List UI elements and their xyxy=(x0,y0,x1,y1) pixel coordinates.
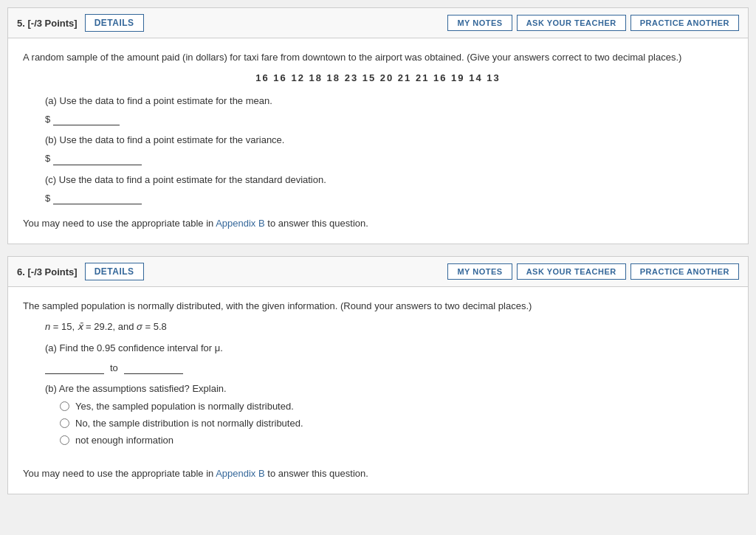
q5-points: [-/3 Points] xyxy=(27,18,77,29)
q5-sub-b-input-row: $ xyxy=(45,152,733,165)
q6-body-text: The sampled population is normally distr… xyxy=(23,299,733,314)
q5-sub-a-label: (a) Use the data to find a point estimat… xyxy=(45,94,733,108)
q5-appendix-after: to answer this question. xyxy=(265,218,368,229)
question-5-block: 5. [-/3 Points] DETAILS MY NOTES ASK YOU… xyxy=(7,7,749,244)
q6-confidence-row: to xyxy=(45,361,733,374)
q6-radio-option-2[interactable]: No, the sample distribution is not norma… xyxy=(60,418,733,429)
q5-sub-b-dollar: $ xyxy=(45,153,50,164)
question-5-body: A random sample of the amount paid (in d… xyxy=(8,38,748,244)
q6-appendix-before: You may need to use the appropriate tabl… xyxy=(23,468,216,479)
q5-appendix-before: You may need to use the appropriate tabl… xyxy=(23,218,216,229)
q5-num: 5. xyxy=(17,18,25,29)
q6-radio-label-1: Yes, the sampled population is normally … xyxy=(75,401,294,412)
q5-sub-c-input[interactable] xyxy=(53,191,142,204)
q6-details-button[interactable]: DETAILS xyxy=(85,263,144,280)
q5-header-right-btns: MY NOTES ASK YOUR TEACHER PRACTICE ANOTH… xyxy=(447,15,739,31)
q5-appendix-note: You may need to use the appropriate tabl… xyxy=(23,218,733,229)
q6-radio-input-1[interactable] xyxy=(60,401,69,411)
q5-body-text: A random sample of the amount paid (in d… xyxy=(23,50,733,65)
q6-confidence-input-low[interactable] xyxy=(45,361,104,374)
q6-radio-group: Yes, the sampled population is normally … xyxy=(60,401,733,446)
q6-confidence-input-high[interactable] xyxy=(124,361,183,374)
q6-num: 6. xyxy=(17,266,25,277)
question-6-body: The sampled population is normally distr… xyxy=(8,287,748,494)
q5-data-values: 16 16 12 18 18 23 15 20 21 21 16 19 14 1… xyxy=(23,72,733,83)
q5-sub-a-dollar: $ xyxy=(45,114,50,125)
q6-radio-option-3[interactable]: not enough information xyxy=(60,435,733,446)
q6-ask-teacher-button[interactable]: ASK YOUR TEACHER xyxy=(517,263,626,280)
q5-sub-b-label: (b) Use the data to find a point estimat… xyxy=(45,133,733,148)
page-wrapper: 5. [-/3 Points] DETAILS MY NOTES ASK YOU… xyxy=(0,0,756,502)
question-6-number: 6. [-/3 Points] xyxy=(17,266,78,277)
q6-radio-option-1[interactable]: Yes, the sampled population is normally … xyxy=(60,401,733,412)
q6-radio-label-3: not enough information xyxy=(75,435,173,446)
q5-ask-teacher-button[interactable]: ASK YOUR TEACHER xyxy=(517,15,626,31)
q6-header-right-btns: MY NOTES ASK YOUR TEACHER PRACTICE ANOTH… xyxy=(447,263,739,280)
q6-radio-input-2[interactable] xyxy=(60,418,69,428)
q5-my-notes-button[interactable]: MY NOTES xyxy=(447,15,512,31)
q6-sub-b-label: (b) Are the assumptions satisfied? Expla… xyxy=(45,382,733,396)
q6-my-notes-button[interactable]: MY NOTES xyxy=(447,263,512,280)
q6-appendix-link[interactable]: Appendix B xyxy=(216,468,265,479)
q6-appendix-after: to answer this question. xyxy=(265,468,368,479)
q6-sub-a-label: (a) Find the 0.95 confidence interval fo… xyxy=(45,341,733,356)
q5-sub-c-input-row: $ xyxy=(45,191,733,204)
q5-details-button[interactable]: DETAILS xyxy=(85,14,144,32)
q6-to-label: to xyxy=(110,362,118,373)
q5-sub-a-input-row: $ xyxy=(45,112,733,125)
q6-appendix-note: You may need to use the appropriate tabl… xyxy=(23,468,733,479)
q6-radio-input-3[interactable] xyxy=(60,435,69,445)
q6-given-info: n = 15, x̄ = 29.2, and σ = 5.8 xyxy=(45,321,733,332)
q5-sub-c-dollar: $ xyxy=(45,193,50,204)
q5-sub-b-input[interactable] xyxy=(53,152,142,165)
q5-sub-a-input[interactable] xyxy=(53,112,120,125)
q6-radio-label-2: No, the sample distribution is not norma… xyxy=(75,418,303,429)
q5-appendix-link[interactable]: Appendix B xyxy=(216,218,265,229)
question-5-number: 5. [-/3 Points] xyxy=(17,18,78,29)
q5-practice-another-button[interactable]: PRACTICE ANOTHER xyxy=(630,15,739,31)
q5-sub-c-label: (c) Use the data to find a point estimat… xyxy=(45,173,733,187)
question-6-header: 6. [-/3 Points] DETAILS MY NOTES ASK YOU… xyxy=(8,257,748,287)
q6-practice-another-button[interactable]: PRACTICE ANOTHER xyxy=(630,263,739,280)
q6-points: [-/3 Points] xyxy=(27,266,77,277)
question-5-header: 5. [-/3 Points] DETAILS MY NOTES ASK YOU… xyxy=(8,8,748,38)
question-6-block: 6. [-/3 Points] DETAILS MY NOTES ASK YOU… xyxy=(7,256,749,494)
